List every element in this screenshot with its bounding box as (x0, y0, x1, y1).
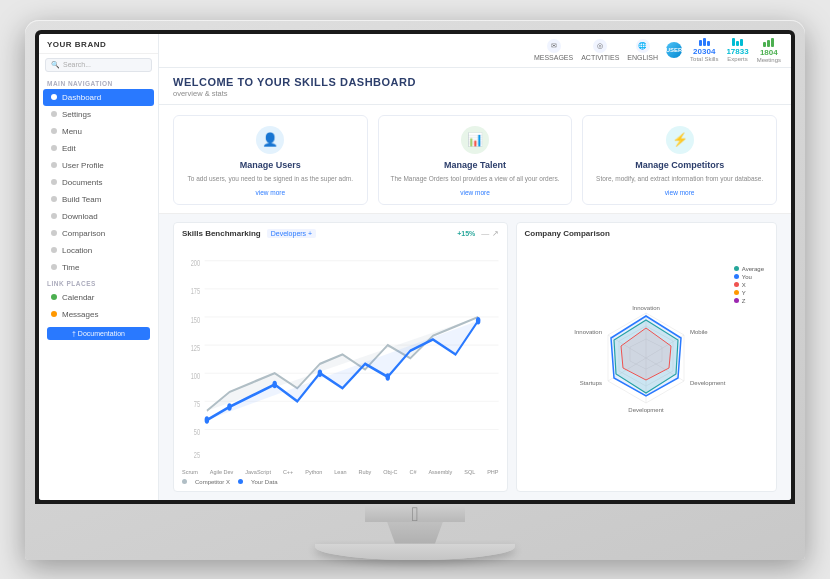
sidebar-item-build-team[interactable]: Build Team (43, 191, 154, 208)
sidebar-item-download[interactable]: Download (43, 208, 154, 225)
card-users-title: Manage Users (240, 160, 301, 170)
card-competitors-icon: ⚡ (666, 126, 694, 154)
radar-legend: Average You X (734, 266, 764, 304)
sidebar: YOUR BRAND 🔍 Search... MAIN NAVIGATION D… (39, 34, 159, 500)
svg-text:25: 25 (194, 449, 200, 460)
svg-text:Startups: Startups (580, 380, 602, 386)
sidebar-item-user-profile[interactable]: User Profile (43, 157, 154, 174)
sidebar-item-messages[interactable]: Messages (43, 306, 154, 323)
svg-point-21 (385, 373, 390, 380)
main-content: ✉ MESSAGES ◎ ACTIVITIES 🌐 ENGLISH (159, 34, 791, 500)
line-chart-panel: Skills Benchmarking Developers + +15% — … (173, 222, 508, 492)
topbar-right: ✉ MESSAGES ◎ ACTIVITIES 🌐 ENGLISH (534, 38, 781, 63)
stat-experts: 17833 Experts (726, 38, 748, 63)
card-talent-desc: The Manage Orders tool provides a view o… (390, 174, 559, 183)
sidebar-item-calendar[interactable]: Calendar (43, 289, 154, 306)
stat-total-skills: 20304 Total Skills (690, 38, 718, 63)
radar-chart-header: Company Comparison (525, 229, 768, 238)
cards-row: 👤 Manage Users To add users, you need to… (159, 105, 791, 214)
svg-text:100: 100 (191, 370, 200, 381)
hero-section: WELCOME TO YOUR SKILLS DASHBOARD overvie… (159, 68, 791, 105)
card-manage-competitors[interactable]: ⚡ Manage Competitors Store, modify, and … (582, 115, 777, 205)
language-icon: 🌐 (636, 39, 650, 53)
topbar: ✉ MESSAGES ◎ ACTIVITIES 🌐 ENGLISH (159, 34, 791, 68)
line-chart-title: Skills Benchmarking (182, 229, 261, 238)
svg-text:Innovation: Innovation (575, 329, 603, 335)
radar-chart-panel: Company Comparison (516, 222, 777, 492)
line-chart-controls: — ↗ (481, 229, 498, 238)
line-chart-legend: Competitor X Your Data (182, 479, 499, 485)
svg-point-17 (205, 416, 210, 423)
sidebar-item-time[interactable]: Time (43, 259, 154, 276)
svg-marker-16 (207, 320, 478, 419)
card-talent-title: Manage Talent (444, 160, 506, 170)
radar-chart-title: Company Comparison (525, 229, 610, 238)
svg-point-19 (272, 380, 277, 387)
sidebar-item-documents[interactable]: Documents (43, 174, 154, 191)
card-users-desc: To add users, you need to be signed in a… (188, 174, 354, 183)
svg-text:175: 175 (191, 286, 200, 297)
svg-text:Development: Development (690, 380, 726, 386)
svg-point-18 (227, 403, 232, 410)
activities-btn[interactable]: ◎ ACTIVITIES (581, 39, 619, 61)
sidebar-link-section-label: LINK PLACES (39, 276, 158, 289)
svg-text:200: 200 (191, 257, 200, 268)
line-chart-area: 200 175 150 125 100 75 50 25 (182, 242, 499, 467)
messages-btn[interactable]: ✉ MESSAGES (534, 39, 573, 61)
sidebar-item-menu[interactable]: Menu (43, 123, 154, 140)
charts-section: Skills Benchmarking Developers + +15% — … (159, 214, 791, 500)
hero-title: WELCOME TO YOUR SKILLS DASHBOARD (173, 76, 777, 88)
svg-text:Development: Development (629, 407, 665, 413)
sidebar-item-location[interactable]: Location (43, 242, 154, 259)
line-chart-x-labels: Scrum Agile Dev JavaScript C++ Python Le… (182, 469, 499, 475)
app-container: YOUR BRAND 🔍 Search... MAIN NAVIGATION D… (39, 34, 791, 500)
sidebar-item-comparison[interactable]: Comparison (43, 225, 154, 242)
messages-icon: ✉ (547, 39, 561, 53)
svg-point-22 (476, 317, 481, 324)
monitor-outer: YOUR BRAND 🔍 Search... MAIN NAVIGATION D… (25, 20, 805, 560)
card-talent-icon: 📊 (461, 126, 489, 154)
sidebar-item-edit[interactable]: Edit (43, 140, 154, 157)
card-users-icon: 👤 (256, 126, 284, 154)
stats-box: 20304 Total Skills 17833 (690, 38, 781, 63)
line-chart-header: Skills Benchmarking Developers + +15% — … (182, 229, 499, 238)
card-users-link[interactable]: view more (256, 189, 286, 196)
line-chart-badge: +15% (457, 230, 475, 237)
svg-point-20 (318, 369, 323, 376)
card-manage-talent[interactable]: 📊 Manage Talent The Manage Orders tool p… (378, 115, 573, 205)
line-chart-filter[interactable]: Developers + (267, 229, 316, 238)
radar-chart-area: Innovation Mobile Development Developmen… (525, 242, 768, 485)
doc-button[interactable]: † Documentation (47, 327, 150, 340)
card-competitors-desc: Store, modify, and extract information f… (596, 174, 763, 183)
sidebar-search[interactable]: 🔍 Search... (45, 58, 152, 72)
sidebar-item-dashboard[interactable]: Dashboard (43, 89, 154, 106)
monitor-screen-border: YOUR BRAND 🔍 Search... MAIN NAVIGATION D… (35, 30, 795, 504)
card-competitors-title: Manage Competitors (635, 160, 724, 170)
svg-text:75: 75 (194, 398, 200, 409)
card-competitors-link[interactable]: view more (665, 189, 695, 196)
search-placeholder: Search... (63, 61, 91, 68)
hero-subtitle: overview & stats (173, 89, 777, 98)
search-icon: 🔍 (51, 61, 60, 69)
svg-text:150: 150 (191, 314, 200, 325)
monitor-base (315, 544, 515, 560)
svg-text:Innovation: Innovation (632, 305, 660, 311)
card-talent-link[interactable]: view more (460, 189, 490, 196)
language-btn[interactable]: 🌐 ENGLISH (627, 39, 658, 61)
svg-text:Mobile: Mobile (690, 329, 708, 335)
stat-meetings: 1804 Meetings (757, 38, 781, 63)
monitor-screen: YOUR BRAND 🔍 Search... MAIN NAVIGATION D… (39, 34, 791, 500)
svg-text:50: 50 (194, 426, 200, 437)
svg-text:125: 125 (191, 342, 200, 353)
card-manage-users[interactable]: 👤 Manage Users To add users, you need to… (173, 115, 368, 205)
sidebar-item-settings[interactable]: Settings (43, 106, 154, 123)
activities-icon: ◎ (593, 39, 607, 53)
user-avatar[interactable]: USER (666, 42, 682, 58)
sidebar-section-label: MAIN NAVIGATION (39, 76, 158, 89)
apple-logo:  (411, 503, 418, 526)
sidebar-brand: YOUR BRAND (39, 34, 158, 54)
